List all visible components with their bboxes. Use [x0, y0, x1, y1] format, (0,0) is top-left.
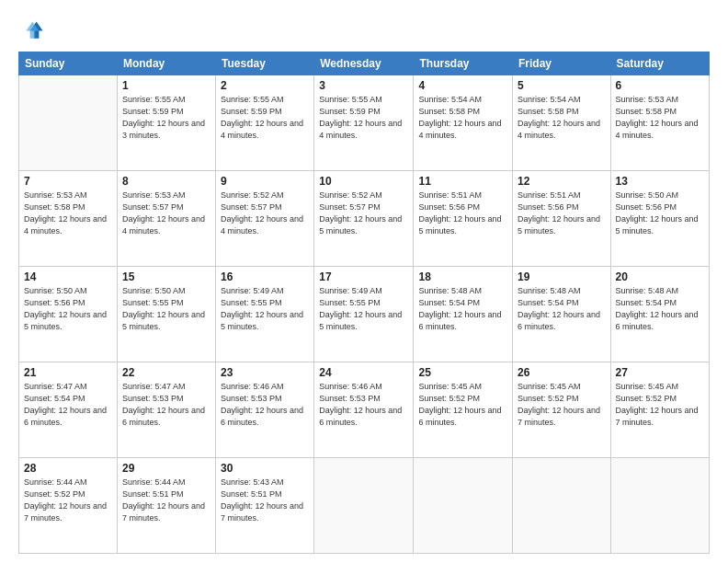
- day-number: 18: [418, 270, 507, 283]
- day-info: Sunrise: 5:48 AM Sunset: 5:54 PM Dayligh…: [518, 285, 606, 333]
- calendar-cell: 20Sunrise: 5:48 AM Sunset: 5:54 PM Dayli…: [610, 267, 709, 362]
- calendar-cell: 29Sunrise: 5:44 AM Sunset: 5:51 PM Dayli…: [117, 458, 215, 554]
- day-info: Sunrise: 5:53 AM Sunset: 5:58 PM Dayligh…: [24, 190, 112, 237]
- day-info: Sunrise: 5:45 AM Sunset: 5:52 PM Dayligh…: [616, 381, 704, 429]
- day-number: 19: [518, 270, 606, 283]
- calendar-header-row: SundayMondayTuesdayWednesdayThursdayFrid…: [19, 52, 710, 75]
- calendar-cell: 28Sunrise: 5:44 AM Sunset: 5:52 PM Dayli…: [19, 458, 118, 554]
- day-info: Sunrise: 5:49 AM Sunset: 5:55 PM Dayligh…: [319, 285, 408, 333]
- calendar-cell: 27Sunrise: 5:45 AM Sunset: 5:52 PM Dayli…: [610, 362, 709, 458]
- day-number: 4: [418, 79, 507, 92]
- day-info: Sunrise: 5:45 AM Sunset: 5:52 PM Dayligh…: [418, 381, 507, 429]
- calendar-cell: 12Sunrise: 5:51 AM Sunset: 5:56 PM Dayli…: [513, 171, 611, 267]
- day-info: Sunrise: 5:50 AM Sunset: 5:56 PM Dayligh…: [24, 285, 112, 333]
- day-info: Sunrise: 5:52 AM Sunset: 5:57 PM Dayligh…: [221, 190, 309, 237]
- calendar-cell: 3Sunrise: 5:55 AM Sunset: 5:59 PM Daylig…: [314, 75, 414, 171]
- calendar-cell: 24Sunrise: 5:46 AM Sunset: 5:53 PM Dayli…: [314, 362, 414, 458]
- calendar-cell: 26Sunrise: 5:45 AM Sunset: 5:52 PM Dayli…: [513, 362, 611, 458]
- calendar-cell: 7Sunrise: 5:53 AM Sunset: 5:58 PM Daylig…: [19, 171, 118, 267]
- day-info: Sunrise: 5:53 AM Sunset: 5:57 PM Dayligh…: [122, 190, 210, 237]
- day-info: Sunrise: 5:46 AM Sunset: 5:53 PM Dayligh…: [221, 381, 309, 429]
- col-header-wednesday: Wednesday: [314, 52, 414, 75]
- day-number: 25: [418, 366, 507, 379]
- calendar-cell: 9Sunrise: 5:52 AM Sunset: 5:57 PM Daylig…: [216, 171, 314, 267]
- col-header-monday: Monday: [117, 52, 215, 75]
- day-number: 10: [319, 175, 408, 188]
- day-info: Sunrise: 5:47 AM Sunset: 5:53 PM Dayligh…: [122, 381, 210, 429]
- day-number: 16: [221, 270, 309, 283]
- day-info: Sunrise: 5:52 AM Sunset: 5:57 PM Dayligh…: [319, 190, 408, 237]
- day-number: 30: [221, 462, 309, 475]
- col-header-friday: Friday: [513, 52, 611, 75]
- logo: [18, 17, 48, 42]
- day-number: 11: [418, 175, 507, 188]
- day-info: Sunrise: 5:45 AM Sunset: 5:52 PM Dayligh…: [518, 381, 606, 429]
- day-info: Sunrise: 5:48 AM Sunset: 5:54 PM Dayligh…: [616, 285, 704, 333]
- col-header-tuesday: Tuesday: [216, 52, 314, 75]
- day-number: 24: [319, 366, 408, 379]
- day-number: 12: [518, 175, 606, 188]
- day-info: Sunrise: 5:43 AM Sunset: 5:51 PM Dayligh…: [221, 477, 309, 524]
- calendar-cell: 23Sunrise: 5:46 AM Sunset: 5:53 PM Dayli…: [216, 362, 314, 458]
- day-number: 6: [616, 79, 704, 92]
- day-number: 20: [616, 270, 704, 283]
- logo-icon: [18, 17, 44, 42]
- calendar-cell: 25Sunrise: 5:45 AM Sunset: 5:52 PM Dayli…: [414, 362, 513, 458]
- calendar-cell: 8Sunrise: 5:53 AM Sunset: 5:57 PM Daylig…: [117, 171, 215, 267]
- calendar-week-row: 7Sunrise: 5:53 AM Sunset: 5:58 PM Daylig…: [19, 171, 710, 267]
- day-info: Sunrise: 5:55 AM Sunset: 5:59 PM Dayligh…: [122, 94, 210, 142]
- day-number: 23: [221, 366, 309, 379]
- calendar-cell: [610, 458, 709, 554]
- calendar-week-row: 21Sunrise: 5:47 AM Sunset: 5:54 PM Dayli…: [19, 362, 710, 458]
- day-info: Sunrise: 5:54 AM Sunset: 5:58 PM Dayligh…: [418, 94, 507, 142]
- day-info: Sunrise: 5:54 AM Sunset: 5:58 PM Dayligh…: [518, 94, 606, 142]
- calendar-week-row: 28Sunrise: 5:44 AM Sunset: 5:52 PM Dayli…: [19, 458, 710, 554]
- day-info: Sunrise: 5:51 AM Sunset: 5:56 PM Dayligh…: [518, 190, 606, 237]
- day-info: Sunrise: 5:50 AM Sunset: 5:55 PM Dayligh…: [122, 285, 210, 333]
- day-number: 13: [616, 175, 704, 188]
- calendar-cell: 30Sunrise: 5:43 AM Sunset: 5:51 PM Dayli…: [216, 458, 314, 554]
- calendar-cell: 18Sunrise: 5:48 AM Sunset: 5:54 PM Dayli…: [414, 267, 513, 362]
- day-number: 15: [122, 270, 210, 283]
- calendar-cell: 11Sunrise: 5:51 AM Sunset: 5:56 PM Dayli…: [414, 171, 513, 267]
- col-header-thursday: Thursday: [414, 52, 513, 75]
- calendar-cell: [19, 75, 118, 171]
- page: SundayMondayTuesdayWednesdayThursdayFrid…: [0, 0, 728, 563]
- calendar-cell: [314, 458, 414, 554]
- day-number: 9: [221, 175, 309, 188]
- day-info: Sunrise: 5:49 AM Sunset: 5:55 PM Dayligh…: [221, 285, 309, 333]
- calendar-cell: 2Sunrise: 5:55 AM Sunset: 5:59 PM Daylig…: [216, 75, 314, 171]
- col-header-sunday: Sunday: [19, 52, 118, 75]
- day-number: 17: [319, 270, 408, 283]
- day-number: 7: [24, 175, 112, 188]
- day-info: Sunrise: 5:44 AM Sunset: 5:51 PM Dayligh…: [122, 477, 210, 524]
- calendar-cell: 10Sunrise: 5:52 AM Sunset: 5:57 PM Dayli…: [314, 171, 414, 267]
- calendar-cell: [414, 458, 513, 554]
- calendar-cell: 22Sunrise: 5:47 AM Sunset: 5:53 PM Dayli…: [117, 362, 215, 458]
- calendar-cell: 14Sunrise: 5:50 AM Sunset: 5:56 PM Dayli…: [19, 267, 118, 362]
- day-number: 3: [319, 79, 408, 92]
- calendar-cell: 4Sunrise: 5:54 AM Sunset: 5:58 PM Daylig…: [414, 75, 513, 171]
- day-info: Sunrise: 5:47 AM Sunset: 5:54 PM Dayligh…: [24, 381, 112, 429]
- day-number: 26: [518, 366, 606, 379]
- calendar-cell: 17Sunrise: 5:49 AM Sunset: 5:55 PM Dayli…: [314, 267, 414, 362]
- calendar-week-row: 1Sunrise: 5:55 AM Sunset: 5:59 PM Daylig…: [19, 75, 710, 171]
- day-number: 5: [518, 79, 606, 92]
- day-number: 22: [122, 366, 210, 379]
- day-number: 14: [24, 270, 112, 283]
- col-header-saturday: Saturday: [610, 52, 709, 75]
- day-number: 21: [24, 366, 112, 379]
- calendar-cell: 19Sunrise: 5:48 AM Sunset: 5:54 PM Dayli…: [513, 267, 611, 362]
- day-info: Sunrise: 5:53 AM Sunset: 5:58 PM Dayligh…: [616, 94, 704, 142]
- day-info: Sunrise: 5:46 AM Sunset: 5:53 PM Dayligh…: [319, 381, 408, 429]
- calendar-cell: 13Sunrise: 5:50 AM Sunset: 5:56 PM Dayli…: [610, 171, 709, 267]
- day-info: Sunrise: 5:44 AM Sunset: 5:52 PM Dayligh…: [24, 477, 112, 524]
- day-info: Sunrise: 5:55 AM Sunset: 5:59 PM Dayligh…: [319, 94, 408, 142]
- calendar-week-row: 14Sunrise: 5:50 AM Sunset: 5:56 PM Dayli…: [19, 267, 710, 362]
- calendar-cell: 16Sunrise: 5:49 AM Sunset: 5:55 PM Dayli…: [216, 267, 314, 362]
- calendar-cell: 1Sunrise: 5:55 AM Sunset: 5:59 PM Daylig…: [117, 75, 215, 171]
- day-info: Sunrise: 5:48 AM Sunset: 5:54 PM Dayligh…: [418, 285, 507, 333]
- day-number: 27: [616, 366, 704, 379]
- calendar-cell: [513, 458, 611, 554]
- day-info: Sunrise: 5:50 AM Sunset: 5:56 PM Dayligh…: [616, 190, 704, 237]
